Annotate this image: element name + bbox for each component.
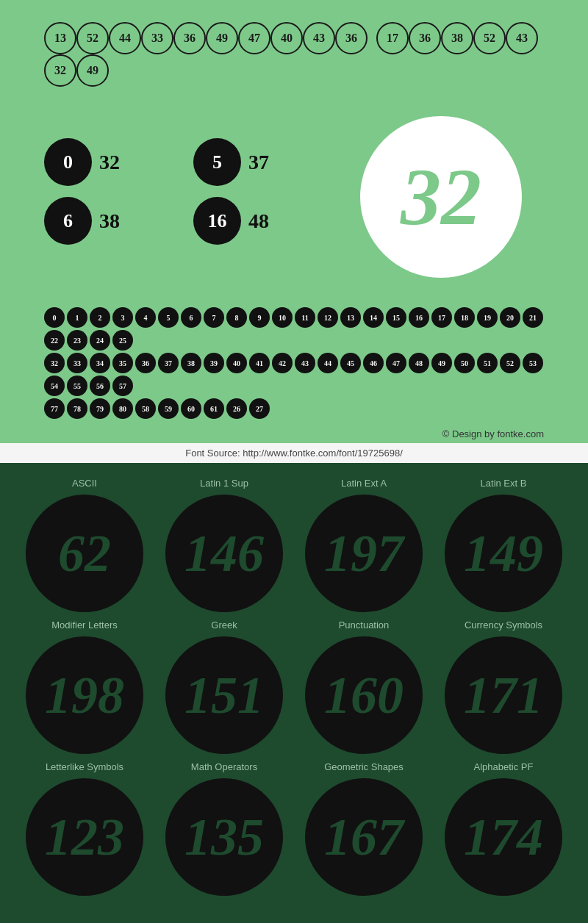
sm-circle-27: 27 (249, 398, 270, 419)
glyph-label: Alphabetic PF (474, 761, 534, 772)
circle-16: 16 (193, 197, 241, 245)
circle-5: 5 (193, 138, 241, 186)
sm-circle-3: 3 (112, 307, 133, 328)
seq-num-14: 43 (506, 22, 538, 54)
glyph-value: 135 (184, 807, 264, 868)
number-37: 37 (248, 151, 269, 174)
sm-circle-25: 25 (112, 330, 133, 351)
glyph-label: Punctuation (339, 619, 390, 631)
circle-0: 0 (44, 138, 92, 186)
seq-num-16: 49 (76, 54, 109, 87)
sm-circle-15: 15 (386, 307, 406, 328)
sm-circle-40: 40 (226, 353, 247, 373)
seq-num-7: 40 (270, 22, 303, 54)
glyph-circle: 123 (26, 778, 143, 896)
sm-circle-5: 5 (158, 307, 179, 328)
sm-circle-53: 53 (523, 353, 543, 373)
sm-circle-57: 57 (112, 376, 133, 396)
number-48: 48 (248, 209, 269, 233)
sm-circle-36: 36 (135, 353, 156, 373)
glyph-item-modifier-letters: Modifier Letters198 (22, 619, 147, 754)
sm-circle-35: 35 (112, 353, 133, 373)
sm-circle-38: 38 (181, 353, 201, 373)
glyph-label: Letterlike Symbols (46, 761, 123, 772)
bottom-section: ASCII62Latin 1 Sup146Latin Ext A197Latin… (0, 463, 588, 923)
glyph-item-latin-ext-b: Latin Ext B149 (441, 478, 566, 612)
glyph-value: 198 (45, 665, 124, 726)
sm-circle-58: 58 (135, 398, 156, 419)
seq-num-1: 52 (76, 22, 109, 54)
glyph-value: 197 (324, 523, 404, 584)
sm-circle-4: 4 (135, 307, 156, 328)
glyph-value: 151 (184, 665, 264, 726)
sm-circle-77: 77 (44, 398, 65, 419)
sm-circle-47: 47 (386, 353, 406, 373)
sm-circle-23: 23 (67, 330, 87, 351)
number-32: 32 (99, 151, 120, 174)
glyph-label: Greek (211, 619, 237, 631)
sm-circle-52: 52 (500, 353, 520, 373)
sm-circle-56: 56 (90, 376, 110, 396)
seq-num-8: 43 (303, 22, 335, 54)
seq-num-5: 49 (206, 22, 238, 54)
glyph-circle: 149 (445, 495, 562, 612)
glyph-circle: 174 (445, 778, 562, 896)
sm-circle-14: 14 (363, 307, 384, 328)
glyph-label: Latin Ext B (481, 478, 527, 489)
sm-circle-2: 2 (90, 307, 110, 328)
glyph-item-greek: Greek151 (162, 619, 287, 754)
sm-circle-61: 61 (204, 398, 224, 419)
sm-circle-54: 54 (44, 376, 65, 396)
glyph-circle: 146 (165, 495, 283, 612)
sm-circle-42: 42 (272, 353, 293, 373)
small-circles-section: 0123456789101112131415161718192021222324… (0, 307, 588, 419)
sm-circle-13: 13 (340, 307, 361, 328)
seq-num-12: 38 (441, 22, 473, 54)
seq-num-6: 47 (238, 22, 270, 54)
seq-num-9: 36 (335, 22, 368, 54)
glyph-circle: 62 (26, 495, 143, 612)
sm-circle-78: 78 (67, 398, 87, 419)
glyph-value: 149 (464, 523, 543, 584)
sm-circle-79: 79 (90, 398, 110, 419)
sm-circle-17: 17 (431, 307, 452, 328)
sm-circle-80: 80 (112, 398, 133, 419)
glyph-item-currency-symbols: Currency Symbols171 (441, 619, 566, 754)
sm-circle-8: 8 (226, 307, 247, 328)
glyph-value: 62 (58, 523, 111, 584)
sm-circle-55: 55 (67, 376, 87, 396)
sm-circle-34: 34 (90, 353, 110, 373)
sm-circle-51: 51 (477, 353, 498, 373)
glyph-row-2: Letterlike Symbols123Math Operators135Ge… (22, 761, 566, 896)
glyph-label: ASCII (72, 478, 97, 489)
glyph-row-0: ASCII62Latin 1 Sup146Latin Ext A197Latin… (22, 478, 566, 612)
sm-circle-37: 37 (158, 353, 179, 373)
copyright: © Design by fontke.com (0, 421, 588, 443)
sm-circle-44: 44 (318, 353, 338, 373)
seq-num-11: 36 (409, 22, 441, 54)
seq-num-13: 52 (473, 22, 506, 54)
sm-circle-18: 18 (454, 307, 475, 328)
glyph-item-ascii: ASCII62 (22, 478, 147, 612)
sm-circle-32: 32 (44, 353, 65, 373)
sm-circle-26: 26 (226, 398, 247, 419)
sm-circle-60: 60 (181, 398, 201, 419)
glyph-circle: 151 (165, 636, 283, 754)
glyph-circle: 171 (445, 636, 562, 754)
sm-circle-10: 10 (272, 307, 293, 328)
glyph-value: 146 (184, 523, 264, 584)
sm-circle-43: 43 (295, 353, 315, 373)
small-circles-row-1: 0123456789101112131415161718192021222324… (44, 307, 544, 351)
glyph-row-1: Modifier Letters198Greek151Punctuation16… (22, 619, 566, 754)
small-circles-row-3: 77787980585960612627 (44, 398, 544, 419)
glyph-item-latin-1-sup: Latin 1 Sup146 (162, 478, 287, 612)
glyph-item-letterlike-symbols: Letterlike Symbols123 (22, 761, 147, 896)
sm-circle-0: 0 (44, 307, 65, 328)
sm-circle-39: 39 (204, 353, 224, 373)
sm-circle-16: 16 (409, 307, 429, 328)
glyph-item-math-operators: Math Operators135 (162, 761, 287, 896)
number-sequence: 1352443336494740433617363852433249 (44, 22, 544, 87)
seq-num-10: 17 (376, 22, 409, 54)
glyph-value: 160 (324, 665, 404, 726)
circle-6: 6 (44, 197, 92, 245)
